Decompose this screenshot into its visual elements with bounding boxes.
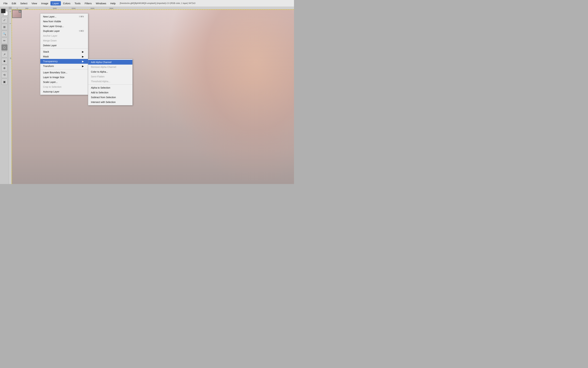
menu-select[interactable]: Select	[18, 1, 29, 6]
zoom-tool-btn[interactable]: 🔍	[1, 31, 8, 37]
submenu-intersect-with-selection[interactable]: Intersect with Selection	[88, 100, 132, 104]
submenu-separator-1	[88, 84, 132, 85]
submenu-semi-flatten[interactable]: Semi-Flatten	[88, 74, 132, 79]
menu-tools[interactable]: Tools	[73, 1, 83, 6]
menu-item-autocrop-layer[interactable]: Autocrop Layer	[40, 89, 88, 94]
menu-item-transparency[interactable]: Transparency ▶ Add Alpha Channel Remove …	[40, 59, 88, 64]
color-swatches[interactable]	[1, 9, 8, 16]
ruler-vertical: 0 5 10	[9, 9, 12, 184]
menu-view[interactable]: View	[29, 1, 39, 6]
layer-close-btn[interactable]: ✕	[19, 10, 21, 13]
move-icon: ⤢	[3, 18, 6, 22]
foreground-color-swatch[interactable]	[1, 9, 6, 13]
separator-2	[40, 69, 88, 69]
menu-item-layer-to-image-size[interactable]: Layer to Image Size	[40, 75, 88, 80]
menu-item-new-from-visible[interactable]: New from Visible	[40, 19, 88, 24]
submenu-add-to-selection[interactable]: Add to Selection	[88, 90, 132, 95]
menu-item-new-layer-group[interactable]: New Layer Group...	[40, 24, 88, 29]
menu-item-merge-down[interactable]: Merge Down	[40, 38, 88, 43]
menu-item-layer-boundary-size[interactable]: Layer Boundary Size...	[40, 70, 88, 75]
submenu-color-to-alpha[interactable]: Color to Alpha...	[88, 69, 132, 74]
menu-image[interactable]: Image	[39, 1, 50, 6]
eraser-tool-btn[interactable]: ▣	[1, 79, 8, 85]
menu-item-new-layer[interactable]: New Layer... ⇧⌘N	[40, 14, 88, 19]
select-icon: ↗	[3, 53, 6, 56]
separator-1	[40, 48, 88, 49]
menu-item-mask[interactable]: Mask ▶	[40, 54, 88, 59]
menu-edit[interactable]: Edit	[10, 1, 18, 6]
menu-windows[interactable]: Windows	[94, 1, 108, 6]
menu-item-scale-layer[interactable]: Scale Layer...	[40, 80, 88, 84]
selection-border-left	[12, 9, 13, 184]
path-icon: ⊕	[3, 66, 6, 70]
arrow-icon: ▶	[82, 60, 84, 63]
menu-item-duplicate-layer[interactable]: Duplicate Layer ⇧⌘D	[40, 29, 88, 33]
eraser-icon: ▣	[3, 80, 6, 83]
menu-colors[interactable]: Colors	[61, 1, 72, 6]
submenu-threshold-alpha[interactable]: Threshold Alpha...	[88, 79, 132, 84]
layer-menu-container: New Layer... ⇧⌘N New from Visible New La…	[40, 13, 88, 95]
arrow-icon: ▶	[82, 50, 84, 53]
menu-item-anchor-layer[interactable]: Anchor Layer	[40, 33, 88, 38]
submenu-subtract-from-selection[interactable]: Subtract from Selection	[88, 95, 132, 100]
paint-tool-btn[interactable]: ⬡	[1, 44, 8, 51]
submenu-remove-alpha[interactable]: Remove Alpha Channel	[88, 64, 132, 69]
layer-thumbnail-container: ✕	[12, 10, 22, 18]
crop-icon: ⊞	[3, 25, 6, 29]
photo-foreground	[12, 79, 294, 184]
menu-item-transform[interactable]: Transform ▶	[40, 64, 88, 69]
transparency-submenu-container: Add Alpha Channel Remove Alpha Channel C…	[88, 59, 133, 105]
paint-icon: ⬡	[3, 46, 6, 49]
layer-menu: New Layer... ⇧⌘N New from Visible New La…	[40, 13, 88, 95]
move-tool-btn[interactable]: ⤢	[1, 17, 8, 23]
heal-tool-btn[interactable]: ✱	[1, 58, 8, 64]
transparency-submenu: Add Alpha Channel Remove Alpha Channel C…	[88, 59, 133, 105]
zoom-icon: 🔍	[3, 32, 6, 36]
path-tool-btn[interactable]: ⊕	[1, 65, 8, 71]
submenu-add-alpha[interactable]: Add Alpha Channel	[88, 60, 132, 64]
menu-item-delete-layer[interactable]: Delete Layer	[40, 43, 88, 48]
heal-icon: ✱	[3, 60, 6, 63]
menu-file[interactable]: File	[1, 1, 10, 6]
menu-layer[interactable]: Layer	[50, 1, 61, 6]
close-icon: ✕	[19, 11, 20, 12]
arrow-icon: ▶	[82, 55, 84, 58]
menu-filters[interactable]: Filters	[83, 1, 94, 6]
menu-item-stack[interactable]: Stack ▶	[40, 49, 88, 54]
window-title: [freestocks-gMQBphWUMQ0-unsplash] (impor…	[120, 2, 195, 4]
selection-border-top	[12, 9, 294, 11]
pencil-tool-btn[interactable]: ✏	[1, 37, 8, 44]
smudge-icon: ⟲	[3, 73, 6, 77]
submenu-alpha-to-selection[interactable]: Alpha to Selection	[88, 85, 132, 90]
menubar: File Edit Select View Image Layer Colors…	[0, 0, 294, 7]
smudge-tool-btn[interactable]: ⟲	[1, 72, 8, 78]
menu-help[interactable]: Help	[108, 1, 118, 6]
main-area: ⤢ ⊞ 🔍 ✏ ⬡ ↗ ✱ ⊕ ⟲ ▣ 0	[0, 7, 294, 184]
pencil-icon: ✏	[3, 39, 6, 42]
arrow-icon: ▶	[82, 65, 84, 67]
canvas-area: 0 |500 |2000 |2500 |3000 |3500 0 5 10	[9, 7, 294, 184]
left-toolbar: ⤢ ⊞ 🔍 ✏ ⬡ ↗ ✱ ⊕ ⟲ ▣	[0, 7, 9, 184]
ruler-horizontal: 0 |500 |2000 |2500 |3000 |3500	[12, 7, 294, 9]
select-tool-btn[interactable]: ↗	[1, 51, 8, 57]
crop-tool-btn[interactable]: ⊞	[1, 24, 8, 30]
menu-item-crop-to-selection[interactable]: Crop to Selection	[40, 84, 88, 89]
